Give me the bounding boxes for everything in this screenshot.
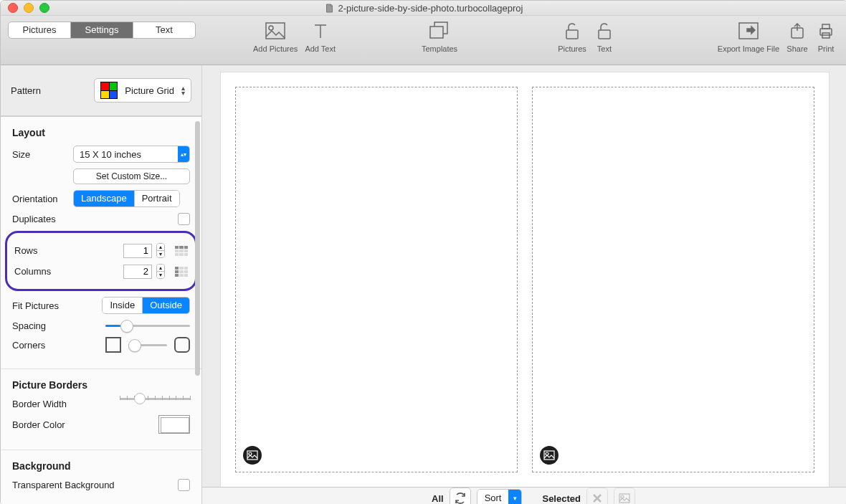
scrollbar[interactable] [195,121,200,376]
tab-settings[interactable]: Settings [70,22,133,38]
border-color-label: Border Color [12,419,91,430]
corners-label: Corners [12,340,73,351]
svg-rect-15 [619,494,629,503]
shuffle-button[interactable] [450,488,471,504]
chevron-updown-icon: ▴▾ [178,146,189,162]
layout-heading: Layout [12,127,190,138]
replace-button[interactable] [614,488,635,504]
svg-point-1 [269,26,273,30]
tab-pictures[interactable]: Pictures [9,22,70,38]
sort-label: Sort [477,490,509,504]
svg-rect-11 [247,451,257,460]
templates-button[interactable]: Templates [422,20,457,53]
transparent-label: Transparent Background [12,480,115,490]
fit-inside[interactable]: Inside [103,298,142,313]
round-corner-icon [174,337,190,353]
pattern-select[interactable]: Picture Grid ▴▾ [94,78,191,103]
templates-label: Templates [422,44,457,53]
orientation-landscape[interactable]: Landscape [74,191,134,206]
export-label: Export Image File [718,44,779,53]
add-text-button[interactable]: Add Text [305,20,336,53]
chevron-updown-icon: ▴▾ [181,85,185,95]
spacing-label: Spacing [12,320,73,331]
border-width-slider[interactable] [120,398,190,409]
spacing-slider[interactable] [105,320,190,331]
print-label: Print [818,44,835,53]
camera-icon[interactable] [243,446,262,465]
zoom-window-button[interactable] [39,3,49,13]
fit-label: Fit Pictures [12,300,84,311]
share-button[interactable]: Share [786,20,808,53]
close-window-button[interactable] [8,3,18,13]
duplicates-checkbox[interactable] [178,213,190,225]
lock-pictures-button[interactable]: Pictures [558,20,586,53]
size-label: Size [12,149,73,160]
svg-rect-4 [566,30,578,39]
templates-icon [429,20,450,42]
minimize-window-button[interactable] [24,3,34,13]
background-heading: Background [12,460,190,472]
toolbar: Pictures Settings Text Add Pictures Add … [1,16,846,65]
rows-label: Rows [14,245,75,256]
rows-columns-highlight: Rows ▴▾ Columns [5,231,197,291]
border-color-well[interactable] [158,415,190,434]
size-select[interactable]: 15 X 10 inches ▴▾ [73,146,190,163]
camera-icon[interactable] [540,446,559,465]
print-button[interactable]: Print [815,20,837,53]
orientation-segment: Landscape Portrait [73,190,180,207]
sort-button[interactable]: Sort ▾ [477,489,523,504]
custom-size-button[interactable]: Set Custom Size... [73,168,190,184]
borders-heading: Picture Borders [12,379,190,391]
fit-segment: Inside Outside [102,297,190,314]
rows-input[interactable] [123,244,152,258]
square-corner-icon [105,337,121,353]
picture-slot[interactable] [532,87,814,472]
columns-input[interactable] [123,265,152,279]
svg-rect-0 [266,23,285,39]
chevron-down-icon: ▾ [508,490,521,504]
lock-pictures-label: Pictures [558,44,586,53]
lock-text-label: Text [597,44,612,53]
titlebar: 2-picture-side-by-side-photo.turbocollag… [1,1,846,16]
all-label: All [432,493,444,504]
print-icon [815,20,837,42]
lock-text-button[interactable]: Text [594,20,615,53]
image-icon [265,20,286,42]
rows-stepper[interactable]: ▴▾ [156,243,165,258]
export-icon [738,20,759,42]
border-width-label: Border Width [12,399,91,409]
add-pictures-button[interactable]: Add Pictures [253,20,298,53]
svg-rect-9 [822,24,830,29]
unlock-icon [561,20,583,42]
add-text-label: Add Text [305,44,336,53]
share-label: Share [786,44,807,53]
fit-outside[interactable]: Outside [142,298,189,313]
orientation-label: Orientation [12,194,73,204]
columns-stepper[interactable]: ▴▾ [156,264,165,279]
picture-slot[interactable] [235,87,518,472]
rows-grid-icon[interactable] [175,246,188,256]
svg-rect-13 [544,451,554,460]
delete-button[interactable] [586,488,608,504]
orientation-portrait[interactable]: Portrait [134,191,179,206]
corners-slider[interactable] [128,339,167,351]
tab-text[interactable]: Text [133,22,195,38]
svg-rect-3 [430,27,443,38]
columns-label: Columns [14,266,75,277]
size-value: 15 X 10 inches [74,149,178,160]
pattern-grid-icon [100,82,118,99]
window-title: 2-picture-side-by-side-photo.turbocollag… [325,3,523,14]
columns-grid-icon[interactable] [175,267,188,277]
export-button[interactable]: Export Image File [718,20,779,53]
collage-canvas[interactable] [221,72,829,487]
duplicates-label: Duplicates [12,214,73,224]
share-icon [786,20,808,42]
bottom-bar: All Sort ▾ Selected [202,487,846,504]
pattern-value: Picture Grid [125,85,174,96]
text-icon [310,20,331,42]
transparent-checkbox[interactable] [178,479,190,491]
selected-label: Selected [542,493,580,504]
unlock-icon [594,20,615,42]
mode-segmented-control: Pictures Settings Text [8,22,196,39]
add-pictures-label: Add Pictures [253,44,298,53]
